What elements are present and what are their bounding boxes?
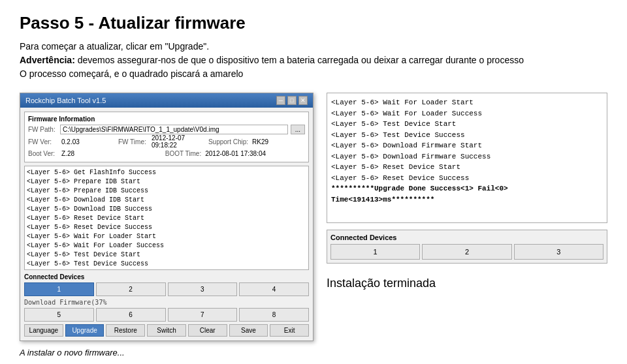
log-line: <Layer 5-6> Test Device Success bbox=[27, 260, 306, 269]
fw-info-box: Firmware Information FW Path: ... FW Ver… bbox=[24, 112, 309, 162]
save-button[interactable]: Save bbox=[229, 324, 268, 337]
switch-button[interactable]: Switch bbox=[147, 324, 186, 337]
right-connected-label: Connected Devices bbox=[330, 234, 603, 241]
log-line: <Layer 5-6> Test Device Start bbox=[27, 250, 306, 260]
right-device-grid: 123 bbox=[330, 244, 603, 260]
fw-time-label: FW Time: bbox=[118, 138, 148, 145]
download-progress: Download Firmware(37% bbox=[24, 299, 309, 306]
device-cell-4[interactable]: 4 bbox=[239, 282, 309, 296]
intro-paragraph: Para começar a atualizar, clicar em "Upg… bbox=[20, 40, 607, 81]
right-log-line: <Layer 5-6> Reset Device Success bbox=[331, 173, 603, 184]
tool-footer: LanguageUpgradeRestoreSwitchClearSaveExi… bbox=[24, 324, 309, 337]
warning-label: Advertência: bbox=[20, 55, 75, 65]
device-cell-5[interactable]: 5 bbox=[24, 308, 94, 322]
right-panel: <Layer 5-6> Wait For Loader Start<Layer … bbox=[327, 93, 607, 290]
right-connected-box: Connected Devices 123 bbox=[327, 230, 607, 264]
device-grid-row1: 1234 bbox=[24, 282, 309, 296]
right-log-line: <Layer 5-6> Wait For Loader Start bbox=[331, 97, 603, 108]
tool-window: Rockchip Batch Tool v1.5 ─ □ ✕ Firmware … bbox=[20, 93, 314, 341]
right-log-line: **********Upgrade Done Success<1> Fail<0… bbox=[331, 183, 603, 205]
fw-path-input[interactable] bbox=[60, 125, 288, 134]
fw-ver-row: FW Ver: 0.2.03 FW Time: 2012-12-07 09:18… bbox=[28, 134, 305, 149]
device-cell-8[interactable]: 8 bbox=[239, 308, 309, 322]
titlebar-buttons: ─ □ ✕ bbox=[276, 96, 308, 105]
fw-path-row: FW Path: ... bbox=[28, 125, 305, 134]
main-content: Rockchip Batch Tool v1.5 ─ □ ✕ Firmware … bbox=[20, 93, 607, 341]
log-line: <Layer 5-6> Prepare IDB Start bbox=[27, 177, 306, 187]
exit-button[interactable]: Exit bbox=[270, 324, 309, 337]
boot-ver-row: Boot Ver: Z.28 BOOT Time: 2012-08-01 17:… bbox=[28, 150, 305, 157]
connected-devices-label: Connected Devices bbox=[24, 273, 309, 281]
boot-ver-value: Z.28 bbox=[61, 150, 161, 157]
right-device-cell-2[interactable]: 2 bbox=[422, 244, 511, 260]
support-chip-label: Support Chip: bbox=[208, 138, 248, 145]
clear-button[interactable]: Clear bbox=[188, 324, 227, 337]
right-log-line: <Layer 5-6> Download Firmware Success bbox=[331, 151, 603, 162]
device-cell-2[interactable]: 2 bbox=[96, 282, 166, 296]
log-area: <Layer 5-6> Get FlashInfo Success<Layer … bbox=[24, 166, 309, 270]
tool-titlebar: Rockchip Batch Tool v1.5 ─ □ ✕ bbox=[20, 93, 313, 108]
bottom-caption: A instalar o novo firmware... bbox=[20, 348, 607, 357]
close-btn[interactable]: ✕ bbox=[298, 96, 308, 105]
tool-title: Rockchip Batch Tool v1.5 bbox=[25, 97, 106, 104]
device-cell-3[interactable]: 3 bbox=[168, 282, 238, 296]
device-cell-7[interactable]: 7 bbox=[168, 308, 238, 322]
fw-ver-value: 0.2.03 bbox=[61, 138, 114, 145]
intro-text-1: Para começar a atualizar, clicar em "Upg… bbox=[20, 41, 209, 52]
log-line: <Layer 5-6> Wait For Loader Success bbox=[27, 241, 306, 250]
fw-path-label: FW Path: bbox=[28, 126, 57, 133]
restore-button[interactable]: Restore bbox=[106, 324, 145, 337]
upgrade-button[interactable]: Upgrade bbox=[65, 324, 104, 337]
log-line: <Layer 5-6> Prepare IDB Success bbox=[27, 187, 306, 196]
installation-done: Instalação terminada bbox=[327, 277, 607, 290]
right-log-line: <Layer 5-6> Download Firmware Start bbox=[331, 140, 603, 151]
minimize-btn[interactable]: ─ bbox=[276, 96, 285, 105]
fw-browse-btn[interactable]: ... bbox=[291, 125, 305, 134]
right-log-line: <Layer 5-6> Test Device Success bbox=[331, 130, 603, 141]
log-line: <Layer 5-6> Reset Device Success bbox=[27, 223, 306, 232]
fw-time-value: 2012-12-07 09:18:22 bbox=[152, 134, 204, 149]
device-cell-1[interactable]: 1 bbox=[24, 282, 94, 296]
language-button[interactable]: Language bbox=[24, 324, 63, 337]
intro-text-3: O processo começará, e o quadrado piscar… bbox=[20, 68, 243, 79]
device-cell-6[interactable]: 6 bbox=[96, 308, 166, 322]
right-log-panel: <Layer 5-6> Wait For Loader Start<Layer … bbox=[327, 93, 607, 223]
right-device-cell-1[interactable]: 1 bbox=[330, 244, 420, 260]
page-title: Passo 5 - Atualizar firmware bbox=[20, 13, 607, 33]
right-device-cell-3[interactable]: 3 bbox=[514, 244, 603, 260]
warning-text: devemos assegurar-nos de que o dispositi… bbox=[75, 55, 524, 65]
log-line: <Layer 5-6> Get FlashInfo Success bbox=[27, 168, 306, 177]
log-line: <Layer 5-6> Wait For Loader Start bbox=[27, 232, 306, 241]
device-grid-row2: 5678 bbox=[24, 308, 309, 322]
log-line: <Layer 5-6> Download IDB Success bbox=[27, 205, 306, 214]
boot-time-label: BOOT Time: bbox=[165, 150, 201, 157]
right-log-line: <Layer 5-6> Reset Device Start bbox=[331, 162, 603, 173]
log-line: <Layer 5-6> Reset Device Start bbox=[27, 214, 306, 223]
log-line: <Layer 5-6> Download Firmware Start bbox=[27, 269, 306, 270]
fw-ver-label: FW Ver: bbox=[28, 138, 57, 145]
fw-info-title: Firmware Information bbox=[28, 115, 305, 123]
tool-body: Firmware Information FW Path: ... FW Ver… bbox=[20, 108, 313, 341]
log-line: <Layer 5-6> Download IDB Start bbox=[27, 196, 306, 205]
support-chip-value: RK29 bbox=[252, 138, 305, 145]
right-log-line: <Layer 5-6> Test Device Start bbox=[331, 119, 603, 130]
boot-time-value: 2012-08-01 17:38:04 bbox=[205, 150, 305, 157]
boot-ver-label: Boot Ver: bbox=[28, 150, 57, 157]
right-log-line: <Layer 5-6> Wait For Loader Success bbox=[331, 108, 603, 119]
maximize-btn[interactable]: □ bbox=[287, 96, 297, 105]
